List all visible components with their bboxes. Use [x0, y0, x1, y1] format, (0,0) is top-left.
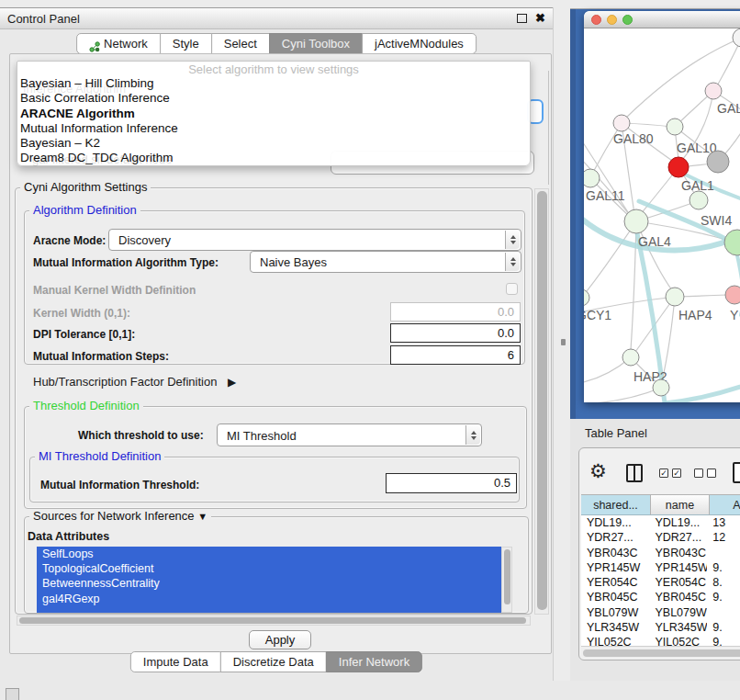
node-label: HAP4	[678, 308, 712, 322]
column-header-3[interactable]: A	[710, 494, 740, 515]
dpi-tolerance-field[interactable]: 0.0	[390, 323, 521, 343]
mi-threshold-field[interactable]: 0.5	[386, 473, 517, 493]
network-node[interactable]	[724, 230, 740, 255]
scrollbar-thumb[interactable]	[537, 191, 547, 610]
document-icon[interactable]	[733, 462, 740, 483]
network-node-gcy1[interactable]	[584, 289, 589, 306]
expander-down-arrow-icon[interactable]: ▼	[197, 511, 207, 522]
tab-cyni-toolbox[interactable]: Cyni Toolbox	[269, 33, 363, 54]
tab-infer-network[interactable]: Infer Network	[326, 651, 422, 672]
network-node-gal4[interactable]	[624, 209, 648, 233]
network-edge	[631, 221, 636, 350]
data-attribute-item[interactable]: gal4RGexp	[37, 592, 501, 606]
network-node-gal11[interactable]	[584, 169, 600, 187]
table-row[interactable]: YBL079WYBL079W	[581, 605, 740, 620]
tab-select[interactable]: Select	[211, 33, 270, 54]
algorithm-option[interactable]: Mutual Information Inference	[20, 121, 527, 136]
tab-label: Discretize Data	[233, 652, 314, 672]
scrollbar-thumb[interactable]	[583, 649, 740, 657]
table-cell: YDL19...	[581, 515, 649, 530]
settings-horizontal-scrollbar[interactable]	[17, 615, 531, 626]
network-node-y[interactable]	[725, 286, 740, 304]
settings-vertical-scrollbar[interactable]	[534, 188, 549, 615]
unchecked-checkbox-icon[interactable]	[694, 469, 703, 478]
mi-type-combo[interactable]: Naive Bayes	[250, 251, 521, 273]
table-horizontal-scrollbar[interactable]	[581, 646, 740, 658]
tab-label: Cyni Toolbox	[282, 34, 350, 54]
data-attribute-item[interactable]: TopologicalCoefficient	[37, 561, 501, 576]
close-icon[interactable]: ✖	[535, 11, 545, 25]
network-window[interactable]: GALGAL80GAL10GAL1GAL11SWI4GAL4GCY1HAP4YH…	[584, 11, 740, 402]
network-node-gal1[interactable]	[668, 157, 689, 177]
checked-checkbox-icon[interactable]: ✓	[659, 469, 668, 478]
aracne-mode-label: Aracne Mode:	[33, 234, 106, 247]
kernel-width-field[interactable]: 0.0	[390, 302, 521, 322]
hub-expander[interactable]: Hub/Transcription Factor Definition ▶	[33, 375, 236, 389]
network-node-hap2[interactable]	[622, 349, 639, 366]
column-header-2[interactable]: name	[651, 494, 710, 515]
table-cell: 8.	[707, 575, 740, 590]
aracne-mode-combo[interactable]: Discovery	[108, 229, 521, 251]
table-row[interactable]: YPR145WYPR145W9.	[581, 560, 740, 575]
network-node[interactable]	[707, 151, 729, 173]
combo-stepper-icon[interactable]	[465, 425, 480, 445]
data-attributes-list[interactable]: SelfLoopsTopologicalCoefficientBetweenne…	[37, 547, 501, 613]
scrollbar-thumb[interactable]	[504, 549, 510, 604]
table-cell: YER054C	[649, 575, 707, 590]
table-row[interactable]: YLR345WYLR345W9.	[581, 620, 740, 635]
column-layout-icon[interactable]	[626, 464, 643, 482]
table-header: shared...nameA	[581, 494, 740, 515]
data-attribute-item-partial[interactable]	[37, 606, 501, 613]
network-node-hap4[interactable]	[666, 288, 684, 306]
network-node-gal10[interactable]	[667, 119, 683, 135]
column-header-1[interactable]: shared...	[581, 494, 651, 515]
combo-stepper-icon[interactable]	[505, 253, 520, 271]
network-node[interactable]	[653, 379, 669, 396]
mi-type-label: Mutual Information Algorithm Type:	[33, 256, 219, 269]
expander-right-arrow-icon[interactable]: ▶	[228, 376, 236, 389]
checked-checkbox-icon[interactable]: ✓	[672, 469, 681, 478]
algorithm-option[interactable]: Bayesian – K2	[20, 136, 527, 151]
table-row[interactable]: YIL052CYIL052C9.	[581, 635, 740, 646]
close-traffic-light-icon[interactable]	[591, 15, 601, 25]
scrollbar-thumb[interactable]	[19, 617, 526, 624]
network-node[interactable]	[733, 28, 740, 47]
attributes-list-scrollbar[interactable]	[501, 547, 512, 613]
data-attribute-item[interactable]: SelfLoops	[37, 547, 501, 561]
zoom-traffic-light-icon[interactable]	[622, 15, 633, 25]
manual-kernel-checkbox[interactable]	[506, 283, 518, 295]
network-window-titlebar[interactable]	[584, 11, 740, 28]
table-row[interactable]: YER054CYER054C8.	[581, 575, 740, 590]
network-canvas[interactable]: GALGAL80GAL10GAL1GAL11SWI4GAL4GCY1HAP4YH…	[584, 28, 740, 402]
tab-jactivemnodules[interactable]: jActiveMNodules	[362, 33, 477, 54]
combo-stepper-icon[interactable]	[505, 231, 520, 249]
mi-steps-field[interactable]: 6	[390, 345, 521, 365]
network-node-gal80[interactable]	[613, 115, 630, 131]
which-threshold-combo[interactable]: MI Threshold	[217, 423, 482, 446]
minimize-traffic-light-icon[interactable]	[607, 15, 617, 25]
tab-impute-data[interactable]: Impute Data	[130, 651, 221, 672]
tab-discretize-data[interactable]: Discretize Data	[220, 651, 327, 672]
table-cell	[707, 605, 740, 620]
table-row[interactable]: YDL19...YDL19...13	[581, 515, 740, 530]
table-row[interactable]: YBR045CYBR045C9.	[581, 590, 740, 604]
float-window-icon[interactable]	[517, 14, 527, 23]
tab-network[interactable]: Network	[76, 33, 161, 54]
algorithm-option[interactable]: Bayesian – Hill Climbing	[20, 76, 527, 91]
table-cell: YDR27...	[649, 530, 707, 545]
splitter-grip-icon[interactable]	[561, 339, 566, 345]
tab-style[interactable]: Style	[160, 33, 212, 54]
data-attribute-item[interactable]: BetweennessCentrality	[37, 576, 501, 591]
gear-icon[interactable]: ⚙	[589, 461, 607, 480]
algorithm-option[interactable]: ARACNE Algorithm	[20, 107, 527, 121]
network-node-gal[interactable]	[705, 83, 722, 99]
table-row[interactable]: YDR27...YDR27...12	[581, 530, 740, 545]
minimized-panel-icon[interactable]	[6, 688, 19, 700]
table-row[interactable]: YBR043CYBR043C	[581, 546, 740, 560]
algorithm-option[interactable]: Basic Correlation Inference	[20, 91, 527, 106]
unchecked-checkbox-icon[interactable]	[707, 469, 716, 478]
algorithm-option[interactable]: Dream8 DC_TDC Algorithm	[20, 151, 527, 165]
which-threshold-value: MI Threshold	[227, 428, 297, 442]
network-node-swi4[interactable]	[690, 191, 708, 209]
apply-button[interactable]: Apply	[249, 630, 311, 649]
